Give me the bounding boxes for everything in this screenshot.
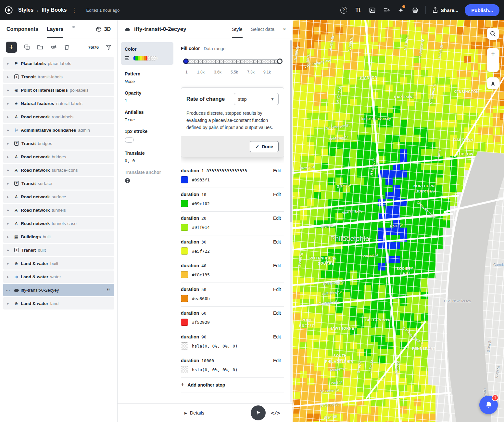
mapbox-logo-icon[interactable]	[5, 6, 13, 14]
close-panel-icon[interactable]: ×	[283, 26, 286, 33]
layer-row[interactable]: ▸ ⋯ A Road network tunnels-case ⠿	[3, 217, 114, 230]
chevron-right-icon[interactable]: ▸	[3, 195, 13, 199]
sparkle-icon[interactable]	[397, 6, 405, 14]
map-canvas[interactable]: W Sedgley AveN 28th StN 25th StN 23rd St…	[293, 20, 504, 422]
stop-edit-button[interactable]: Edit	[273, 168, 281, 173]
layer-row[interactable]: ▸ ⋯ T Transit surface ⠿	[3, 177, 114, 190]
stop-edit-button[interactable]: Edit	[273, 310, 281, 316]
prop-translate[interactable]: Translate 0, 0	[121, 151, 173, 163]
add-layer-button[interactable]: +	[6, 42, 17, 53]
tab-layers[interactable]: Layers	[47, 20, 64, 38]
chevron-right-icon[interactable]: ▸	[3, 275, 13, 279]
layer-row[interactable]: ▸ ⋯ ◉ Point of interest labels poi-label…	[3, 84, 114, 96]
layer-row[interactable]: ▸ ⋯ T Transit transit-labels ⠿	[3, 71, 114, 83]
chevron-right-icon[interactable]: ▸	[3, 208, 13, 212]
stop-edit-button[interactable]: Edit	[273, 192, 281, 197]
zoom-out-button[interactable]: −	[487, 60, 499, 72]
data-debug-icon[interactable]	[383, 6, 390, 14]
fonts-icon[interactable]: Tt	[354, 6, 362, 14]
chevron-right-icon[interactable]: ▸	[3, 248, 13, 252]
stop-color-swatch[interactable]	[181, 247, 188, 255]
layer-row[interactable]: ▸ ⋯ ▦ Buildings built ⠿	[3, 231, 114, 243]
stop-edit-button[interactable]: Edit	[273, 287, 281, 292]
stop-edit-button[interactable]: Edit	[273, 358, 281, 363]
prop-1px-stroke[interactable]: 1px stroke	[121, 129, 173, 144]
stop-color-swatch[interactable]	[181, 319, 188, 326]
tab-style[interactable]: Style	[232, 20, 242, 38]
notifications-button[interactable]: 1	[479, 396, 498, 414]
range-handle-max[interactable]	[277, 59, 283, 64]
map-search-button[interactable]	[487, 28, 499, 40]
stroke-toggle[interactable]	[125, 137, 134, 143]
stop-edit-button[interactable]: Edit	[273, 216, 281, 221]
chevron-right-icon[interactable]: ▸	[3, 128, 13, 132]
layer-row[interactable]: ▸ ⋯ ⚑ Place labels place-labels ⠿	[3, 57, 114, 70]
layer-row[interactable]: ▸ ⋯ A Road network bridges ⠿	[3, 151, 114, 163]
chevron-right-icon[interactable]: ▸	[3, 115, 13, 119]
prop-color[interactable]: Color	[121, 42, 173, 65]
stop-color-swatch[interactable]	[181, 295, 188, 302]
layer-row[interactable]: ▸ ⋯ ⚐ Administrative boundaries admin ⠿	[3, 124, 114, 136]
layer-row[interactable]: ▸ ⋯ A Road network surface-icons ⠿	[3, 164, 114, 176]
prop-antialias[interactable]: Antialias True	[121, 110, 173, 122]
chevron-right-icon[interactable]: ▸	[3, 61, 13, 66]
breadcrumb-styles[interactable]: Styles	[18, 7, 33, 13]
tab-3d[interactable]: 3D	[95, 26, 111, 33]
stop-color-swatch[interactable]	[181, 271, 188, 278]
layer-row[interactable]: ▸ ⋯ ♣ Natural features natural-labels ⠿	[3, 97, 114, 110]
images-icon[interactable]	[368, 6, 376, 14]
help-icon[interactable]: ?	[340, 6, 347, 14]
prop-opacity[interactable]: Opacity 1	[121, 90, 173, 103]
style-menu-kebab-icon[interactable]: ⋮	[70, 7, 78, 14]
tab-components[interactable]: Components	[6, 20, 38, 38]
chevron-right-icon[interactable]: ▸	[3, 235, 13, 239]
select-mode-button[interactable]	[251, 405, 266, 420]
chevron-right-icon[interactable]: ▸	[3, 155, 13, 159]
layer-row[interactable]: ▸ ⋯ T Transit bridges ⠿	[3, 137, 114, 150]
stop-color-swatch[interactable]	[181, 200, 188, 207]
zoom-in-button[interactable]: +	[487, 48, 499, 60]
stop-color-swatch[interactable]	[181, 176, 188, 183]
layer-row[interactable]: ▸ ⋯ ⊕ Land & water built ⠿	[3, 257, 114, 270]
rate-of-change-select[interactable]: step ▼	[234, 93, 279, 105]
chevron-right-icon[interactable]: ▸	[3, 101, 13, 106]
layer-row[interactable]: ▸ ⋯ ⊕ Land & water land ⠿	[3, 297, 114, 310]
add-stop-button[interactable]: + Add another stop	[181, 378, 284, 392]
stop-edit-button[interactable]: Edit	[273, 263, 281, 268]
range-track[interactable]	[185, 59, 281, 64]
chevron-right-icon[interactable]: ▸	[3, 181, 13, 186]
done-button[interactable]: ✓ Done	[250, 141, 279, 152]
share-button[interactable]: Share...	[432, 7, 458, 13]
duplicate-layer-icon[interactable]	[24, 44, 30, 50]
stop-color-swatch[interactable]	[181, 224, 188, 231]
stop-color-swatch[interactable]	[181, 366, 188, 373]
group-folder-icon[interactable]	[37, 44, 43, 50]
chevron-right-icon[interactable]: ▸	[3, 168, 13, 172]
prop-pattern[interactable]: Pattern None	[121, 71, 173, 84]
chevron-right-icon[interactable]: ▸	[3, 221, 13, 226]
layer-row[interactable]: ▸ ⋯ A Road network road-labels ⠿	[3, 111, 114, 123]
publish-button[interactable]: Publish...	[465, 4, 499, 16]
compass-button[interactable]	[487, 77, 499, 89]
tab-select-data[interactable]: Select data	[251, 20, 275, 38]
details-toggle[interactable]: ▶ Details	[184, 410, 204, 415]
filter-layers-icon[interactable]	[106, 45, 111, 50]
layer-row[interactable]: ▸ ⋯ iffy-transit-0-2ecyey ⠿	[3, 284, 114, 296]
stop-color-swatch[interactable]	[181, 342, 188, 349]
hide-layer-icon[interactable]	[50, 44, 57, 50]
prop-translate-anchor[interactable]: Translate anchor	[121, 170, 173, 185]
editor-scrollbar[interactable]	[290, 40, 292, 402]
layer-row[interactable]: ▸ ⋯ ⊕ Land & water water ⠿	[3, 270, 114, 283]
stop-edit-button[interactable]: Edit	[273, 239, 281, 244]
chevron-right-icon[interactable]: ▸	[3, 141, 13, 146]
print-icon[interactable]	[411, 6, 419, 14]
stop-edit-button[interactable]: Edit	[273, 334, 281, 339]
chevron-right-icon[interactable]: ▸	[3, 301, 13, 306]
layer-row[interactable]: ▸ ⋯ A Road network tunnels ⠿	[3, 204, 114, 216]
chevron-right-icon[interactable]: ▸	[3, 75, 13, 79]
delete-layer-icon[interactable]	[64, 44, 69, 50]
range-handle-min[interactable]	[183, 59, 189, 64]
scrollbar-thumb[interactable]	[290, 40, 292, 222]
chevron-right-icon[interactable]: ▸	[3, 88, 13, 92]
data-range-mode[interactable]: Data range	[204, 46, 225, 51]
